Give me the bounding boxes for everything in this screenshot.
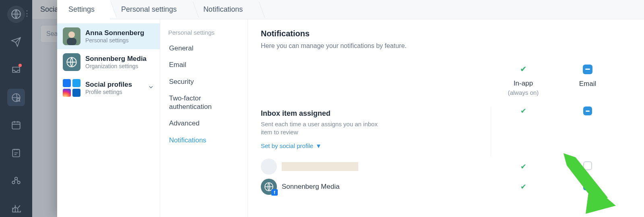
social-grid-icon bbox=[63, 79, 80, 97]
link-label: Set by social profile bbox=[261, 142, 313, 149]
section-description: Sent each time a user assigns you an inb… bbox=[261, 120, 390, 137]
triangle-down-icon: ▼ bbox=[316, 142, 322, 149]
breadcrumb-label: Settings bbox=[68, 5, 95, 14]
facebook-badge-icon: f bbox=[271, 189, 278, 196]
profile-email-cell bbox=[555, 182, 620, 192]
checkbox-checked[interactable] bbox=[583, 182, 592, 190]
profile-name: Sonnenberg Media bbox=[282, 183, 340, 191]
group-title: Anna Sonnenberg bbox=[85, 29, 144, 37]
app-logo-icon[interactable] bbox=[7, 6, 25, 23]
columns-header: ✔ In-app (always on) Email bbox=[261, 64, 620, 96]
subnav-heading: Personal settings bbox=[168, 29, 244, 36]
settings-groups: Anna Sonnenberg Personal settings Sonnen… bbox=[57, 19, 160, 217]
nav-advanced[interactable]: Advanced bbox=[164, 115, 244, 131]
svg-point-6 bbox=[12, 181, 15, 184]
section-inbox-assigned: Inbox item assigned Sent each time a use… bbox=[261, 106, 491, 156]
profile-inapp-cell: ✔ bbox=[491, 162, 555, 171]
settings-subnav: Personal settings General Email Security… bbox=[160, 19, 248, 217]
calendar-icon[interactable] bbox=[7, 117, 25, 134]
org-icon bbox=[63, 53, 80, 71]
redacted-label bbox=[282, 162, 358, 171]
svg-point-9 bbox=[68, 31, 75, 38]
nav-email[interactable]: Email bbox=[164, 56, 244, 73]
check-icon: ✔ bbox=[520, 107, 526, 115]
profile-avatar: f bbox=[261, 179, 277, 195]
section-title: Inbox item assigned bbox=[261, 109, 402, 118]
group-title: Sonnenberg Media bbox=[85, 55, 147, 63]
profile-name-cell bbox=[261, 159, 491, 175]
discover-icon[interactable] bbox=[7, 89, 25, 106]
svg-rect-3 bbox=[12, 122, 20, 129]
profile-avatar bbox=[261, 159, 277, 175]
app-menu-icon[interactable]: ⋮ bbox=[23, 9, 31, 18]
avatar bbox=[63, 27, 80, 45]
svg-rect-10 bbox=[67, 38, 76, 45]
profile-row: ✔ bbox=[261, 156, 620, 177]
nav-two-factor[interactable]: Two-factor authentication bbox=[164, 90, 244, 115]
group-organization[interactable]: Sonnenberg Media Organization settings bbox=[57, 49, 160, 75]
section-inapp-cell: ✔ bbox=[491, 106, 555, 115]
group-personal[interactable]: Anna Sonnenberg Personal settings bbox=[57, 23, 160, 49]
checkbox-indeterminate[interactable] bbox=[583, 65, 592, 74]
checkbox-unchecked[interactable] bbox=[583, 161, 592, 170]
nav-general[interactable]: General bbox=[164, 40, 244, 56]
checkbox-indeterminate[interactable] bbox=[583, 106, 592, 115]
col-label: In-app bbox=[491, 79, 555, 88]
modal-backdrop bbox=[32, 0, 60, 217]
col-sublabel: (always on) bbox=[491, 89, 555, 96]
breadcrumb-personal[interactable]: Personal settings bbox=[110, 0, 192, 19]
settings-content: Notifications Here you can manage your n… bbox=[248, 19, 644, 217]
page-description: Here you can manage your notifications b… bbox=[261, 42, 620, 50]
inbox-icon[interactable] bbox=[7, 61, 25, 79]
nav-security[interactable]: Security bbox=[164, 73, 244, 90]
col-inapp: ✔ In-app (always on) bbox=[491, 64, 555, 96]
breadcrumb: Settings Personal settings Notifications bbox=[57, 0, 644, 19]
breadcrumb-label: Personal settings bbox=[121, 5, 177, 14]
breadcrumb-label: Notifications bbox=[203, 5, 243, 14]
check-icon: ✔ bbox=[491, 64, 555, 74]
check-icon: ✔ bbox=[520, 163, 526, 171]
col-email: Email bbox=[555, 64, 620, 90]
profile-inapp-cell: ✔ bbox=[491, 182, 555, 191]
breadcrumb-settings[interactable]: Settings bbox=[57, 0, 110, 19]
profile-email-cell bbox=[555, 161, 620, 172]
page-title: Notifications bbox=[261, 29, 620, 38]
settings-panel: Settings Personal settings Notifications… bbox=[57, 0, 644, 217]
analytics-icon[interactable] bbox=[7, 200, 25, 217]
section-email-cell bbox=[555, 106, 620, 117]
profile-row: f Sonnenberg Media ✔ bbox=[261, 177, 620, 197]
group-subtitle: Personal settings bbox=[85, 37, 144, 44]
breadcrumb-notifications[interactable]: Notifications bbox=[192, 0, 258, 19]
nav-rail: ⋮ bbox=[0, 0, 32, 217]
col-label: Email bbox=[555, 80, 620, 88]
profile-rows: ✔ f Sonnenberg Media ✔ bbox=[261, 156, 620, 197]
team-icon[interactable] bbox=[7, 172, 25, 190]
chevron-down-icon bbox=[148, 84, 154, 92]
set-by-profile-link[interactable]: Set by social profile ▼ bbox=[261, 142, 322, 149]
send-icon[interactable] bbox=[7, 33, 25, 51]
notes-icon[interactable] bbox=[7, 144, 25, 162]
svg-point-7 bbox=[17, 181, 20, 184]
check-icon: ✔ bbox=[520, 183, 526, 191]
group-subtitle: Profile settings bbox=[85, 89, 132, 95]
group-social-profiles[interactable]: Social profiles Profile settings bbox=[57, 75, 160, 101]
profile-name-cell: f Sonnenberg Media bbox=[261, 179, 491, 195]
svg-point-5 bbox=[15, 177, 18, 180]
group-title: Social profiles bbox=[85, 81, 132, 89]
group-subtitle: Organization settings bbox=[85, 63, 147, 69]
nav-notifications[interactable]: Notifications bbox=[164, 132, 244, 148]
